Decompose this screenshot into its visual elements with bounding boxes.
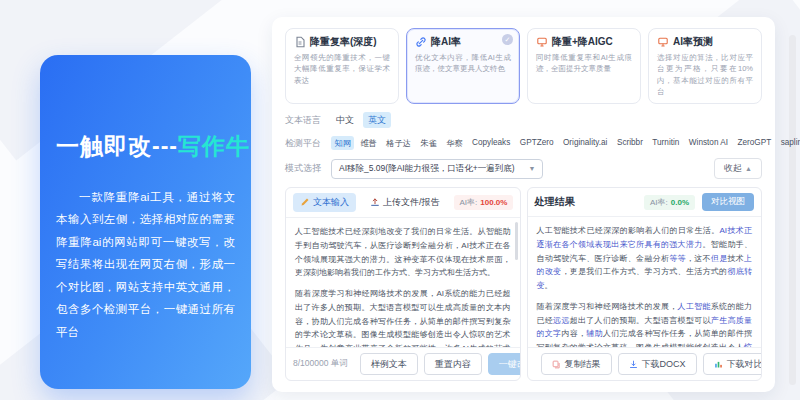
input-panel: 文本输入上传文件/报告 AI率: 100.0% 人工智能技术已经深刻地改变了我们… <box>285 187 521 381</box>
样例文本-button[interactable]: 样例文本 <box>360 353 418 375</box>
plain-text: ，这不 <box>686 254 711 263</box>
highlighted-text: 但是 <box>711 254 728 263</box>
monitor-icon <box>536 36 548 48</box>
copy-icon <box>552 360 561 369</box>
platform-option-Originality.ai[interactable]: Originality.ai <box>559 136 610 150</box>
mode-card-3[interactable]: 降重+降AIGC同时降低重复率和AI生成痕迹，全面提升文章质量 <box>527 28 641 104</box>
tab-上传文件/报告[interactable]: 上传文件/报告 <box>363 193 447 212</box>
mode-card-head: 降重复率(深度) <box>294 35 390 49</box>
mode-select-value: AI移除_5.09(降AI能力很强，口语化+一遍到底) <box>339 163 514 175</box>
result-panel: 处理结果 AI率: 0.0% 对比视图 人工智能技术已经深深的影响着人们的日常生… <box>527 187 763 381</box>
chevron-up-icon: ▲ <box>745 165 752 172</box>
hero-title-accent: 写作牛 <box>178 133 250 159</box>
platform-options: 知网维普格子达朱雀华察CopyleaksGPTZeroOriginality.a… <box>331 136 800 150</box>
plain-text: 人工智能技术已经深深的影响着人们的日常生活。 <box>537 226 720 235</box>
mode-card-title: 降AI率 <box>431 35 461 49</box>
chevron-down-icon: ▼ <box>528 165 535 172</box>
下载DOCX-button[interactable]: 下载DOCX <box>618 353 697 375</box>
platform-option-sapling.ai[interactable]: sapling.ai <box>777 136 800 150</box>
plain-text: ，更是我们工作方式、学习方式、生活方式的 <box>561 267 727 276</box>
input-tabs: 文本输入上传文件/报告 <box>293 193 447 212</box>
hero-card: 一触即改---写作牛 一款降重降ai工具，通过将文本输入到左侧，选择相对应的需要… <box>40 55 251 389</box>
plain-text: 随着深度学习和神经网络技术的发展， <box>537 302 678 311</box>
mode-select-label: 模式选择 <box>285 162 331 175</box>
result-paragraph: 随着深度学习和神经网络技术的发展，人工智能系统的能力已经远远超出了人们的预期。大… <box>537 300 753 347</box>
result-buttons: 复制结果下载DOCX下载对比文档 <box>541 353 763 375</box>
language-label: 文本语言 <box>285 114 331 127</box>
language-option-英文[interactable]: 英文 <box>363 112 391 128</box>
result-paragraph: 人工智能技术已经深深的影响着人们的日常生活。AI技术正逐渐在各个领域表现出来它所… <box>537 224 753 293</box>
mode-cards-row: 降重复率(深度)全网领先的降重技术，一键大幅降低重复率，保证学术表达降AI率优化… <box>285 28 762 104</box>
result-panel-header: 处理结果 AI率: 0.0% 对比视图 <box>528 188 762 217</box>
platform-option-维普[interactable]: 维普 <box>357 136 380 150</box>
mode-select-row: 模式选择 AI移除_5.09(降AI能力很强，口语化+一遍到底) ▼ 收起 ▲ <box>285 158 762 179</box>
platform-option-知网[interactable]: 知网 <box>331 136 354 150</box>
hero-description: 一款降重降ai工具，通过将文本输入到左侧，选择相对应的需要降重降ai的网站即可一… <box>56 186 235 343</box>
editor-panels: 文本输入上传文件/报告 AI率: 100.0% 人工智能技术已经深刻地改变了我们… <box>285 187 762 381</box>
hero-title-main: 一触即改--- <box>56 133 178 159</box>
plain-text: 超出了人们的预期。大型语言模型可以 <box>570 316 711 325</box>
platform-option-ZeroGPT[interactable]: ZeroGPT <box>734 136 775 150</box>
platform-option-Scribbr[interactable]: Scribbr <box>613 136 646 150</box>
mode-card-desc: 全网领先的降重技术，一键大幅降低重复率，保证学术表达 <box>294 52 390 86</box>
一键改写-button[interactable]: 一键改写 <box>488 353 521 375</box>
collapse-button[interactable]: 收起 ▲ <box>714 158 762 179</box>
platform-option-华察[interactable]: 华察 <box>443 136 466 150</box>
platform-option-GPTZero[interactable]: GPTZero <box>516 136 557 150</box>
input-panel-header: 文本输入上传文件/报告 AI率: 100.0% <box>286 188 520 218</box>
textarea-scrollbar[interactable] <box>515 222 518 260</box>
ai-rate-label: AI率: <box>460 197 478 208</box>
mode-card-title: 降重复率(深度) <box>310 35 377 49</box>
document-icon <box>294 36 306 48</box>
result-panel-footer: 复制结果下载DOCX下载对比文档 <box>528 347 762 380</box>
word-count: 8/100000 单词 <box>293 358 348 370</box>
mode-select-dropdown[interactable]: AI移除_5.09(降AI能力很强，口语化+一遍到底) ▼ <box>331 159 543 179</box>
page-scrollbar[interactable] <box>789 35 796 385</box>
platform-row: 检测平台 知网维普格子达朱雀华察CopyleaksGPTZeroOriginal… <box>285 136 762 150</box>
mode-card-2[interactable]: 降AI率优化文本内容，降低AI生成痕迹，使文章更具人文特色✓ <box>406 28 520 104</box>
mode-card-title: AI率预测 <box>673 35 713 49</box>
platform-option-Turnitin[interactable]: Turnitin <box>649 136 683 150</box>
platform-option-Copyleaks[interactable]: Copyleaks <box>469 136 514 150</box>
upload-icon <box>370 197 380 209</box>
collapse-label: 收起 <box>724 162 742 175</box>
platform-option-朱雀[interactable]: 朱雀 <box>417 136 440 150</box>
mode-card-4[interactable]: AI率预测选择对应的算法，比对应平台更为严格，只要在10%内，基本能过对应的所有… <box>648 28 762 104</box>
mode-card-head: 降AI率 <box>415 35 511 49</box>
mode-card-desc: 优化文本内容，降低AI生成痕迹，使文章更具人文特色 <box>415 52 511 75</box>
highlighted-text: 远远 <box>553 316 570 325</box>
下载对比文档-button[interactable]: 下载对比文档 <box>703 353 762 375</box>
compare-view-button[interactable]: 对比视图 <box>702 193 754 211</box>
input-buttons: 样例文本重置内容一键改写 <box>360 353 521 375</box>
plain-text: 技术 <box>727 254 744 263</box>
mode-card-1[interactable]: 降重复率(深度)全网领先的降重技术，一键大幅降低重复率，保证学术表达 <box>285 28 399 104</box>
mode-card-head: AI率预测 <box>657 35 753 49</box>
platform-option-格子达[interactable]: 格子达 <box>383 136 415 150</box>
highlighted-text: 等等 <box>669 254 686 263</box>
language-option-中文[interactable]: 中文 <box>331 112 359 128</box>
复制结果-button[interactable]: 复制结果 <box>541 353 612 375</box>
input-paragraph: 人工智能技术已经深刻地改变了我们的日常生活。从智能助手到自动驾驶汽车，从医疗诊断… <box>295 225 511 280</box>
result-text: 人工智能技术已经深深的影响着人们的日常生活。AI技术正逐渐在各个领域表现出来它所… <box>528 217 762 347</box>
monitor-icon <box>657 36 669 48</box>
mode-card-title: 降重+降AIGC <box>552 35 613 49</box>
result-title: 处理结果 <box>535 195 575 209</box>
hero-title: 一触即改---写作牛 <box>56 131 235 162</box>
mode-card-desc: 同时降低重复率和AI生成痕迹，全面提升文章质量 <box>536 52 632 75</box>
plain-text: 内容， <box>561 329 586 338</box>
compare-doc-icon <box>714 360 723 369</box>
tab-文本输入[interactable]: 文本输入 <box>293 193 356 212</box>
link-icon <box>415 36 427 48</box>
input-textarea[interactable]: 人工智能技术已经深刻地改变了我们的日常生活。从智能助手到自动驾驶汽车，从医疗诊断… <box>286 218 520 347</box>
result-ai-rate: AI率: 0.0% <box>644 195 695 210</box>
重置内容-button[interactable]: 重置内容 <box>424 353 482 375</box>
plain-text: 。 <box>545 281 553 290</box>
mode-card-desc: 选择对应的算法，比对应平台更为严格，只要在10%内，基本能过对应的所有平台 <box>657 52 753 97</box>
platform-option-Winston AI[interactable]: Winston AI <box>685 136 731 150</box>
highlighted-text: 辅助 <box>586 329 603 338</box>
pencil-icon <box>300 197 310 209</box>
input-paragraph: 随着深度学习和神经网络技术的发展，AI系统的能力已经超出了许多人的预期。大型语言… <box>295 287 511 347</box>
ai-rate-label: AI率: <box>650 197 668 208</box>
language-row: 文本语言 中文英文 <box>285 112 762 128</box>
download-icon <box>629 360 638 369</box>
